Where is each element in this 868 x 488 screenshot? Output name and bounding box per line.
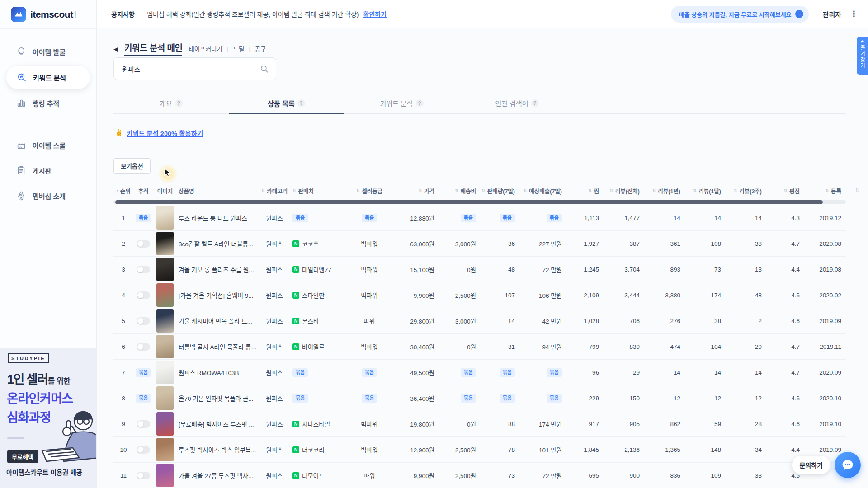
column-header-18[interactable]: ⇅등록	[804, 187, 846, 195]
tab-연관 검색어[interactable]: 연관 검색어?	[459, 93, 575, 113]
track-toggle[interactable]	[137, 472, 150, 479]
sort-icon[interactable]: ⇅	[855, 188, 859, 192]
review_1y-cell: 1,365	[644, 446, 685, 453]
column-header-14[interactable]: ⇅리뷰(1년)	[644, 187, 685, 195]
name-cell[interactable]: 3co긴팔 벨트 A라인 더블롱...	[177, 239, 258, 248]
search-icon[interactable]	[260, 65, 269, 73]
column-header-13[interactable]: ⇅리뷰(전체)	[604, 187, 644, 195]
keyword-search-input[interactable]	[121, 65, 260, 73]
seller-name[interactable]: 지나스타일	[302, 419, 330, 428]
help-icon[interactable]: ?	[175, 99, 183, 107]
seller-name[interactable]: 바이엘르	[302, 342, 325, 351]
name-cell[interactable]: 겨울 캐시미어 반목 폴라 트...	[177, 316, 258, 325]
related-keyword[interactable]: 드릴	[233, 44, 244, 53]
column-header-8[interactable]: ⇅가격	[390, 187, 439, 195]
column-label: 순위	[120, 187, 131, 195]
track-toggle[interactable]	[137, 291, 150, 299]
column-header-16[interactable]: ⇅리뷰(2주)	[726, 187, 766, 195]
name-cell[interactable]: 원피스 RMOWA4T03B	[177, 368, 258, 377]
seller-name[interactable]: 데일리앤77	[302, 265, 331, 274]
tab-키워드 분석[interactable]: 키워드 분석?	[344, 93, 459, 113]
help-icon[interactable]: ?	[416, 99, 424, 107]
product-image[interactable]	[156, 232, 174, 255]
sidebar-item-ranking-tracking[interactable]: 랭킹 추적	[0, 90, 96, 116]
sidebar-item-board[interactable]: 게시판	[0, 158, 96, 183]
column-header-10[interactable]: ⇅판매량(7일)	[481, 187, 519, 195]
itemscout-logo-icon[interactable]	[11, 7, 26, 22]
product-image[interactable]	[156, 206, 174, 230]
column-header-15[interactable]: ⇅리뷰(1달)	[685, 187, 726, 195]
product-image[interactable]	[156, 309, 174, 333]
rating-cell: 4.7	[766, 240, 804, 247]
seller-name[interactable]: 코코쓰	[302, 239, 319, 248]
column-header-11[interactable]: ⇅예상매출(7일)	[519, 187, 566, 195]
product-image[interactable]	[156, 258, 174, 281]
contact-us-label[interactable]: 문의하기	[792, 456, 830, 474]
name-cell[interactable]: 울70 기본 일자핏 목폴라 골...	[177, 394, 258, 403]
name-cell[interactable]: 루즈핏 빅사이즈 박스 임부복...	[177, 445, 258, 454]
product-image[interactable]	[156, 361, 174, 384]
page-title[interactable]: 키워드 분석 메인	[124, 41, 182, 56]
back-arrow-icon[interactable]: ◀	[113, 46, 118, 52]
horizontal-scrollbar-track[interactable]	[113, 200, 846, 204]
seller-name[interactable]: 더모어드	[302, 471, 325, 480]
review_1m-cell: 109	[685, 472, 726, 479]
view-options-button[interactable]: 보기옵션	[113, 158, 151, 174]
name-cell[interactable]: 터틀넥 골지 A라인 목폴라 롱...	[177, 342, 258, 351]
tab-개요[interactable]: 개요?	[113, 93, 229, 113]
column-header-5[interactable]: ⇅카테고리	[258, 187, 291, 195]
name-cell[interactable]: 겨울 기모 롱 플리츠 주름 원...	[177, 265, 258, 274]
start-free-promo-pill[interactable]: 매출 상승의 지름길, 지금 무료로 시작해보세요 →	[671, 6, 809, 23]
name-cell[interactable]: [무료배송] 빅사이즈 루즈핏 ...	[177, 419, 258, 428]
name-cell[interactable]: 루즈 라운드 롱 니트 원피스	[177, 213, 258, 222]
chat-widget: 문의하기	[792, 452, 861, 478]
sort-icon: ⇅	[356, 188, 360, 193]
help-icon[interactable]: ?	[297, 99, 305, 107]
track-cell	[133, 266, 153, 273]
seller-name[interactable]: 몬스비	[302, 316, 319, 325]
studypie-ad-banner[interactable]: STUDYPIE 1인 셀러를 위한 온라인커머스 심화과정 무료혜택 아이템스…	[0, 348, 96, 488]
track-toggle[interactable]	[137, 266, 150, 273]
column-header-9[interactable]: ⇅배송비	[439, 187, 481, 195]
column-header-17[interactable]: ⇅평점	[766, 187, 804, 195]
track-toggle[interactable]	[137, 343, 150, 351]
column-header-6[interactable]: ⇅판매처	[291, 187, 349, 195]
notice-confirm-link[interactable]: 확인하기	[363, 9, 387, 19]
track-toggle[interactable]	[137, 420, 150, 428]
product-image[interactable]	[156, 464, 174, 487]
sidebar-item-item-school[interactable]: 아이템 스쿨	[0, 132, 96, 158]
column-header-1[interactable]: ↑순위	[113, 187, 133, 195]
related-keyword[interactable]: 공구	[255, 44, 266, 53]
help-icon[interactable]: ?	[531, 99, 539, 107]
tab-상품 목록[interactable]: 상품 목록?	[229, 93, 344, 113]
seller-name[interactable]: 더코코리	[302, 445, 325, 454]
name-cell[interactable]: [가을 겨울 기획전] 홈웨어 9...	[177, 291, 258, 300]
sidebar-collapse-handle[interactable]	[75, 11, 76, 18]
product-image[interactable]	[156, 283, 174, 307]
seller-name[interactable]: 스타일딴	[302, 291, 325, 300]
column-header-7[interactable]: ⇅셀러등급	[349, 187, 390, 195]
kebab-menu-icon[interactable]: ⋮	[848, 9, 860, 19]
product-image[interactable]	[156, 438, 174, 461]
shipping-cell: 묶음	[439, 214, 481, 222]
chat-launcher-button[interactable]	[835, 452, 861, 478]
related-keyword[interactable]: 테이프커터기	[189, 44, 222, 53]
favorites-side-tab[interactable]: ★ 즐겨찾기	[857, 37, 868, 75]
bundle-badge: 묶음	[500, 368, 515, 377]
horizontal-scrollbar-thumb[interactable]	[115, 200, 823, 204]
product-image[interactable]	[156, 412, 174, 436]
track-toggle[interactable]	[137, 317, 150, 325]
sidebar-item-keyword-analysis[interactable]: 키워드 분석	[6, 65, 90, 89]
brand-name[interactable]: itemscout	[30, 9, 73, 20]
track-toggle[interactable]	[137, 240, 150, 248]
product-image[interactable]	[156, 335, 174, 358]
keyword-analysis-tip-link[interactable]: 키워드 분석 200% 활용하기	[127, 128, 203, 138]
sidebar-item-membership[interactable]: 멤버십 소개	[0, 183, 96, 208]
sidebar-item-item-discovery[interactable]: 아이템 발굴	[0, 39, 96, 64]
account-name[interactable]: 관리자	[823, 9, 841, 19]
product-image[interactable]	[156, 386, 174, 410]
grade-cell: 빅파워	[349, 419, 390, 428]
column-header-12[interactable]: ⇅찜	[566, 187, 604, 195]
track-toggle[interactable]	[137, 446, 150, 454]
name-cell[interactable]: 가을 겨울 27종 루즈핏 빅사...	[177, 471, 258, 480]
